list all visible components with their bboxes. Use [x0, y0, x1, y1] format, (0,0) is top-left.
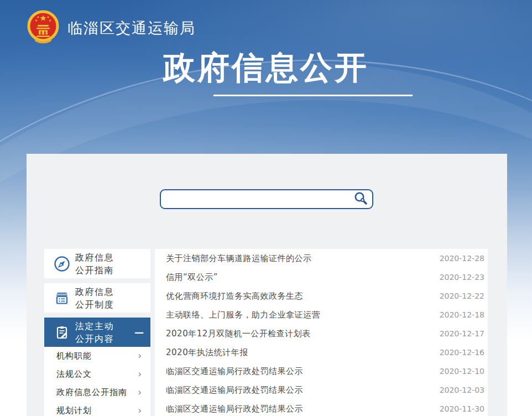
page: 临淄区交通运输局 政府信息公开 [0, 0, 532, 416]
article-list: 关于注销部分车辆道路运输证件的公示 2020-12-28 信用“双公示” 202… [155, 249, 488, 416]
search-box [160, 189, 373, 209]
sidebar-item-label: 法定主动 公开内容 [75, 320, 114, 345]
chevron-right-icon: › [138, 370, 142, 379]
sidebar-item-statutory-disclosure[interactable]: 法定主动 公开内容 — [44, 318, 150, 347]
article-date: 2020-12-17 [440, 329, 484, 338]
list-item[interactable]: 主动联络、上门服务，助力企业拿证运营 2020-12-18 [155, 305, 488, 324]
search-input[interactable] [161, 190, 349, 208]
article-date: 2020-12-28 [440, 254, 484, 263]
site-logo-row: 临淄区交通运输局 [25, 9, 196, 48]
article-title-link[interactable]: 临淄区交通运输局行政处罚结果公示 [166, 366, 303, 377]
chevron-right-icon: › [138, 351, 142, 361]
article-title-link[interactable]: 2020年执法统计年报 [166, 347, 248, 358]
sidebar-item-label: 政府信息 公开指南 [75, 251, 114, 277]
article-title-link[interactable]: 临淄区交通运输局行政处罚结果公示 [166, 385, 303, 396]
search-button[interactable] [349, 190, 372, 208]
chevron-right-icon: › [138, 388, 142, 397]
search-icon [353, 191, 368, 207]
sidebar: 政府信息 公开指南 政府信息 [44, 249, 150, 416]
document-icon [51, 289, 73, 307]
article-title-link[interactable]: 优化营商环境打造务实高效政务生态 [166, 291, 303, 301]
list-item[interactable]: 2020年12月双随机一公开检查计划表 2020-12-17 [155, 324, 488, 343]
title-underline [213, 95, 413, 96]
sidebar-item-public-info-guide[interactable]: 政府信息 公开指南 [44, 249, 150, 278]
sidebar-item-public-info-system[interactable]: 政府信息 公开制度 [44, 283, 150, 313]
page-title: 政府信息公开 [0, 46, 532, 90]
submenu-item-laws-documents[interactable]: 法规公文 › [44, 365, 150, 383]
article-date: 2020-12-18 [440, 310, 484, 319]
list-item[interactable]: 关于注销部分车辆道路运输证件的公示 2020-12-28 [155, 249, 488, 268]
list-item[interactable]: 信用“双公示” 2020-12-23 [155, 268, 488, 287]
article-date: 2020-12-10 [440, 367, 484, 376]
article-date: 2020-12-23 [440, 273, 484, 282]
list-item[interactable]: 优化营商环境打造务实高效政务生态 2020-12-22 [155, 287, 488, 305]
list-item[interactable]: 临淄区交通运输局行政处罚结果公示 2020-11-30 [155, 399, 488, 416]
chevron-right-icon: › [138, 406, 142, 415]
article-title-link[interactable]: 信用“双公示” [166, 272, 218, 283]
submenu-item-agency-functions[interactable]: 机构职能 › [44, 347, 150, 365]
article-date: 2020-12-03 [440, 386, 484, 394]
national-emblem-icon [25, 9, 61, 48]
bureau-name: 临淄区交通运输局 [67, 18, 196, 38]
article-date: 2020-11-30 [440, 404, 484, 413]
collapse-minus-indicator[interactable]: — [134, 327, 144, 338]
sidebar-item-label: 政府信息 公开制度 [75, 285, 114, 311]
article-date: 2020-12-16 [440, 348, 484, 357]
article-title-link[interactable]: 2020年12月双随机一公开检查计划表 [166, 329, 311, 339]
content-card: 政府信息 公开指南 政府信息 [27, 154, 507, 416]
article-title-link[interactable]: 关于注销部分车辆道路运输证件的公示 [166, 253, 312, 264]
sidebar-submenu: 机构职能 › 法规公文 › 政府信息公开指南 › 规划计划 › [44, 347, 150, 416]
clipboard-pen-icon [51, 324, 73, 341]
submenu-item-plans[interactable]: 规划计划 › [44, 402, 150, 416]
compass-icon [51, 255, 73, 273]
submenu-item-public-info-guide[interactable]: 政府信息公开指南 › [44, 383, 150, 402]
article-date: 2020-12-22 [440, 292, 484, 300]
article-title-link[interactable]: 临淄区交通运输局行政处罚结果公示 [166, 404, 303, 414]
list-item[interactable]: 临淄区交通运输局行政处罚结果公示 2020-12-10 [155, 362, 488, 381]
article-title-link[interactable]: 主动联络、上门服务，助力企业拿证运营 [166, 310, 320, 320]
list-item[interactable]: 临淄区交通运输局行政处罚结果公示 2020-12-03 [155, 381, 488, 399]
list-item[interactable]: 2020年执法统计年报 2020-12-16 [155, 343, 488, 362]
